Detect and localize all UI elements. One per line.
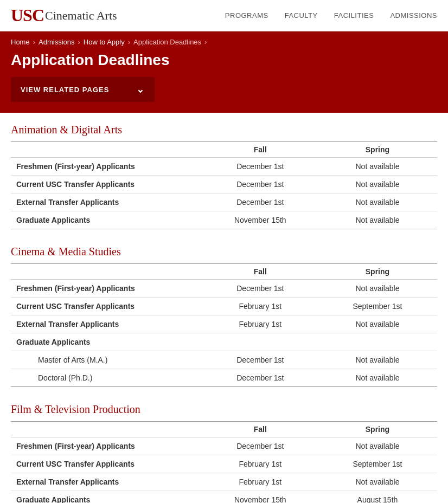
spring-date: Not available bbox=[318, 315, 437, 333]
fall-date: February 1st bbox=[203, 455, 318, 473]
fall-date: November 15th bbox=[203, 491, 318, 504]
breadcrumb-sep-4: › bbox=[204, 38, 207, 46]
spring-date: August 15th bbox=[318, 491, 437, 504]
applicant-label: Graduate Applicants bbox=[11, 211, 203, 229]
applicant-label: Master of Arts (M.A.) bbox=[11, 351, 203, 369]
breadcrumb-home[interactable]: Home bbox=[11, 38, 30, 46]
section-film: Film & Television Production Fall Spring… bbox=[11, 403, 437, 503]
col-spring: Spring bbox=[318, 422, 437, 437]
table-row: External Transfer Applicants February 1s… bbox=[11, 315, 437, 333]
applicant-label: Current USC Transfer Applicants bbox=[11, 176, 203, 194]
applicant-label: Freshmen (First-year) Applicants bbox=[11, 437, 203, 455]
chevron-down-icon: ⌄ bbox=[136, 83, 145, 95]
col-spring: Spring bbox=[318, 142, 437, 158]
table-row: Current USC Transfer Applicants February… bbox=[11, 455, 437, 473]
section-cinema: Cinema & Media Studies Fall Spring Fresh… bbox=[11, 246, 437, 387]
table-animation: Fall Spring Freshmen (First-year) Applic… bbox=[11, 141, 437, 229]
spring-date: Not available bbox=[318, 351, 437, 369]
main-content: Animation & Digital Arts Fall Spring Fre… bbox=[0, 113, 448, 503]
fall-date: February 1st bbox=[203, 315, 318, 333]
table-row: Current USC Transfer Applicants February… bbox=[11, 298, 437, 315]
fall-date: December 1st bbox=[203, 437, 318, 455]
table-film: Fall Spring Freshmen (First-year) Applic… bbox=[11, 421, 437, 503]
spring-date: Not available bbox=[318, 369, 437, 387]
col-spring: Spring bbox=[318, 264, 437, 280]
applicant-label: External Transfer Applicants bbox=[11, 194, 203, 211]
col-applicant-type bbox=[11, 142, 203, 158]
applicant-label: External Transfer Applicants bbox=[11, 473, 203, 491]
col-applicant-type bbox=[11, 422, 203, 437]
table-row: Current USC Transfer Applicants December… bbox=[11, 176, 437, 194]
breadcrumb-how-to-apply[interactable]: How to Apply bbox=[84, 38, 125, 46]
fall-date bbox=[203, 333, 318, 351]
spring-date: Not available bbox=[318, 194, 437, 211]
section-title-film: Film & Television Production bbox=[11, 403, 437, 416]
section-animation: Animation & Digital Arts Fall Spring Fre… bbox=[11, 124, 437, 229]
breadcrumb-current: Application Deadlines bbox=[133, 38, 201, 46]
fall-date: December 1st bbox=[203, 351, 318, 369]
fall-date: December 1st bbox=[203, 176, 318, 194]
site-logo: USC Cinematic Arts bbox=[11, 5, 117, 25]
table-row: Freshmen (First-year) Applicants Decembe… bbox=[11, 158, 437, 176]
fall-date: November 15th bbox=[203, 211, 318, 229]
applicant-label: Freshmen (First-year) Applicants bbox=[11, 280, 203, 298]
spring-date: Not available bbox=[318, 176, 437, 194]
applicant-label: External Transfer Applicants bbox=[11, 315, 203, 333]
applicant-label: Graduate Applicants bbox=[11, 491, 203, 504]
related-pages-label: VIEW RELATED PAGES bbox=[21, 86, 109, 94]
spring-date: Not available bbox=[318, 158, 437, 176]
fall-date: December 1st bbox=[203, 280, 318, 298]
applicant-label: Graduate Applicants bbox=[11, 333, 203, 351]
breadcrumb-admissions[interactable]: Admissions bbox=[39, 38, 74, 46]
table-row: Freshmen (First-year) Applicants Decembe… bbox=[11, 437, 437, 455]
breadcrumb: Home › Admissions › How to Apply › Appli… bbox=[11, 31, 437, 51]
applicant-label: Current USC Transfer Applicants bbox=[11, 455, 203, 473]
logo-school: Cinematic Arts bbox=[45, 9, 117, 23]
fall-date: December 1st bbox=[203, 369, 318, 387]
spring-date: Not available bbox=[318, 437, 437, 455]
table-row: External Transfer Applicants December 1s… bbox=[11, 194, 437, 211]
table-row: Master of Arts (M.A.) December 1st Not a… bbox=[11, 351, 437, 369]
spring-date: September 1st bbox=[318, 455, 437, 473]
table-row: External Transfer Applicants February 1s… bbox=[11, 473, 437, 491]
page-title: Application Deadlines bbox=[11, 51, 437, 69]
spring-date: Not available bbox=[318, 280, 437, 298]
spring-date: Not available bbox=[318, 473, 437, 491]
applicant-label: Doctoral (Ph.D.) bbox=[11, 369, 203, 387]
col-fall: Fall bbox=[203, 422, 318, 437]
hero-banner: Home › Admissions › How to Apply › Appli… bbox=[0, 31, 448, 113]
breadcrumb-sep-1: › bbox=[33, 38, 35, 46]
spring-date: Not available bbox=[318, 211, 437, 229]
nav-faculty[interactable]: FACULTY bbox=[285, 11, 318, 20]
fall-date: February 1st bbox=[203, 298, 318, 315]
table-row: Freshmen (First-year) Applicants Decembe… bbox=[11, 280, 437, 298]
col-fall: Fall bbox=[203, 264, 318, 280]
related-pages-button[interactable]: VIEW RELATED PAGES ⌄ bbox=[11, 77, 155, 102]
fall-date: February 1st bbox=[203, 473, 318, 491]
table-row: Graduate Applicants bbox=[11, 333, 437, 351]
section-title-cinema: Cinema & Media Studies bbox=[11, 246, 437, 258]
site-header: USC Cinematic Arts PROGRAMS FACULTY FACI… bbox=[0, 0, 448, 31]
table-row: Doctoral (Ph.D.) December 1st Not availa… bbox=[11, 369, 437, 387]
logo-usc: USC bbox=[11, 5, 44, 25]
table-row: Graduate Applicants November 15th August… bbox=[11, 491, 437, 504]
table-row: Graduate Applicants November 15th Not av… bbox=[11, 211, 437, 229]
applicant-label: Freshmen (First-year) Applicants bbox=[11, 158, 203, 176]
nav-facilities[interactable]: FACILITIES bbox=[334, 11, 374, 20]
nav-admissions[interactable]: ADMISSIONS bbox=[390, 11, 437, 20]
main-nav: PROGRAMS FACULTY FACILITIES ADMISSIONS bbox=[225, 11, 437, 20]
nav-programs[interactable]: PROGRAMS bbox=[225, 11, 268, 20]
spring-date bbox=[318, 333, 437, 351]
table-cinema: Fall Spring Freshmen (First-year) Applic… bbox=[11, 263, 437, 387]
breadcrumb-sep-2: › bbox=[78, 38, 80, 46]
fall-date: December 1st bbox=[203, 158, 318, 176]
breadcrumb-sep-3: › bbox=[128, 38, 130, 46]
section-title-animation: Animation & Digital Arts bbox=[11, 124, 437, 136]
applicant-label: Current USC Transfer Applicants bbox=[11, 298, 203, 315]
fall-date: December 1st bbox=[203, 194, 318, 211]
spring-date: September 1st bbox=[318, 298, 437, 315]
col-fall: Fall bbox=[203, 142, 318, 158]
col-applicant-type bbox=[11, 264, 203, 280]
